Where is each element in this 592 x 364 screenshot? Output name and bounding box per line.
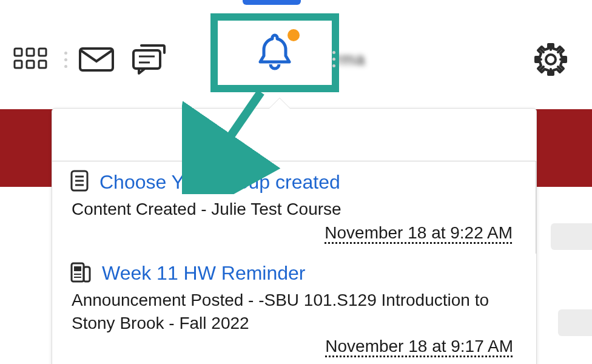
- notification-title-link[interactable]: Choose Your Group created: [99, 171, 340, 194]
- notification-item[interactable]: Choose Your Group created Content Create…: [52, 161, 536, 254]
- notifications-popover: Choose Your Group created Content Create…: [52, 108, 537, 364]
- messages-button[interactable]: [78, 47, 115, 72]
- popover-header: [52, 109, 536, 161]
- background-block: [558, 309, 592, 336]
- notification-list: Choose Your Group created Content Create…: [52, 161, 536, 364]
- svg-rect-17: [74, 266, 81, 271]
- svg-rect-0: [15, 49, 22, 56]
- svg-rect-3: [15, 61, 22, 68]
- popover-caret-icon: [269, 98, 291, 109]
- notification-subtitle: Content Created - Julie Test Course: [72, 198, 513, 221]
- svg-rect-15: [72, 263, 84, 281]
- svg-rect-4: [27, 61, 34, 68]
- notification-title-link[interactable]: Week 11 HW Reminder: [102, 262, 306, 285]
- svg-rect-1: [27, 49, 34, 56]
- svg-rect-5: [39, 61, 46, 68]
- apps-menu-button[interactable]: [13, 47, 49, 72]
- notification-subtitle: Announcement Posted - -SBU 101.S129 Intr…: [72, 289, 513, 335]
- svg-point-10: [546, 55, 556, 64]
- active-tab-indicator: [243, 0, 301, 5]
- notifications-button-highlight: [210, 13, 339, 92]
- dismiss-check-icon[interactable]: [519, 126, 536, 144]
- chat-button[interactable]: [132, 44, 166, 75]
- separator-icon: [332, 51, 335, 67]
- svg-rect-7: [133, 50, 160, 69]
- news-icon: [70, 262, 91, 285]
- notification-date: November 18 at 9:22 AM: [70, 223, 513, 243]
- svg-rect-2: [39, 49, 46, 56]
- notification-date: November 18 at 9:17 AM: [70, 337, 513, 356]
- background-block: [551, 223, 592, 250]
- settings-button[interactable]: [534, 42, 568, 76]
- svg-rect-6: [80, 49, 113, 70]
- svg-rect-16: [84, 267, 90, 281]
- separator-icon: [64, 52, 67, 68]
- document-icon: [70, 170, 89, 194]
- notification-item[interactable]: Week 11 HW Reminder Announcement Posted …: [52, 254, 536, 364]
- notification-badge-icon: [288, 29, 300, 41]
- notifications-button[interactable]: [256, 32, 294, 74]
